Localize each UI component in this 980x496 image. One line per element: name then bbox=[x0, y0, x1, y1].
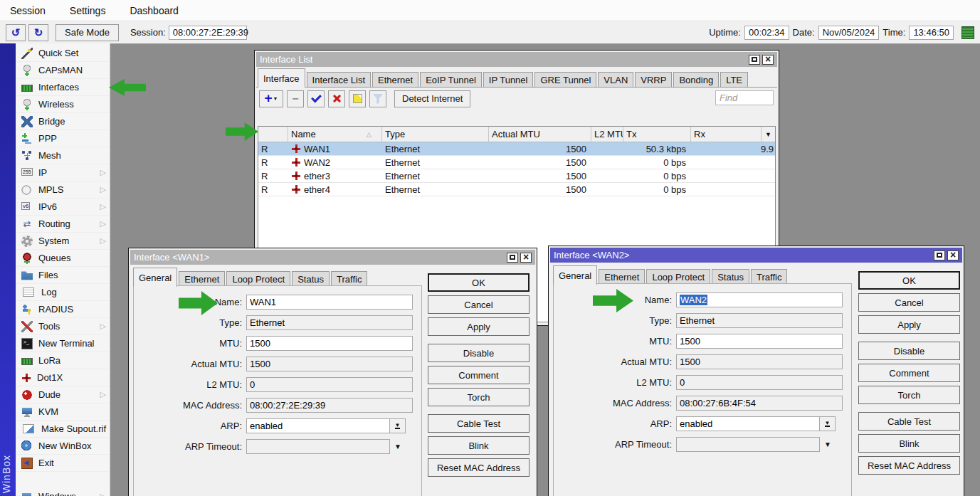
sidebar-item-ppp[interactable]: PPP bbox=[16, 130, 110, 147]
sidebar-item-mesh[interactable]: Mesh bbox=[16, 147, 110, 164]
sidebar-item-dude[interactable]: Dude bbox=[16, 386, 110, 403]
tab-lte[interactable]: LTE bbox=[720, 72, 748, 87]
arp-timeout-field[interactable] bbox=[676, 437, 820, 452]
cancel-button[interactable]: Cancel bbox=[858, 293, 960, 312]
tab-status[interactable]: Status bbox=[292, 271, 330, 286]
wan2-titlebar[interactable]: Interface <WAN2> bbox=[550, 248, 962, 263]
detect-internet-button[interactable]: Detect Internet bbox=[394, 90, 470, 107]
comment-button[interactable] bbox=[349, 90, 366, 107]
menu-dashboard[interactable]: Dashboard bbox=[130, 5, 179, 16]
arp-dropdown-button[interactable] bbox=[390, 418, 406, 433]
ok-button[interactable]: OK bbox=[428, 273, 529, 292]
dropdown-arrow-icon[interactable] bbox=[394, 443, 404, 450]
sidebar-item-quick-set[interactable]: Quick Set bbox=[16, 45, 110, 62]
safe-mode-button[interactable]: Safe Mode bbox=[56, 24, 119, 41]
sidebar-item-new-terminal[interactable]: New Terminal bbox=[16, 335, 110, 352]
apply-button[interactable]: Apply bbox=[858, 315, 960, 334]
close-button[interactable] bbox=[947, 250, 959, 260]
tab-interface-list[interactable]: Interface List bbox=[307, 72, 371, 87]
find-input[interactable] bbox=[715, 90, 774, 105]
actual-mtu-column-header[interactable]: Actual MTU bbox=[489, 127, 591, 142]
name-field[interactable] bbox=[246, 295, 413, 310]
maximize-button[interactable] bbox=[507, 253, 518, 263]
arp-timeout-field[interactable] bbox=[246, 439, 390, 454]
sidebar-item-capsman[interactable]: CAPsMAN bbox=[16, 62, 110, 79]
tab-interface[interactable]: Interface bbox=[258, 68, 305, 88]
wan1-titlebar[interactable]: Interface <WAN1> bbox=[130, 250, 535, 265]
add-interface-button[interactable] bbox=[259, 90, 283, 107]
column-filter-button[interactable] bbox=[761, 127, 775, 142]
cable-test-button[interactable]: Cable Test bbox=[858, 412, 960, 431]
mtu-field[interactable] bbox=[676, 334, 843, 349]
sidebar-item-ip[interactable]: IP bbox=[16, 164, 110, 181]
sidebar-item-make-supout[interactable]: Make Supout.rif bbox=[16, 421, 110, 438]
close-button[interactable] bbox=[762, 55, 774, 65]
mtu-field[interactable] bbox=[246, 336, 413, 351]
tab-status[interactable]: Status bbox=[712, 269, 749, 284]
torch-button[interactable]: Torch bbox=[428, 388, 529, 406]
table-row-ether3[interactable]: R ether3 Ethernet 1500 0 bps bbox=[258, 169, 775, 183]
tab-vlan[interactable]: VLAN bbox=[598, 72, 633, 87]
table-row-wan2[interactable]: R WAN2 Ethernet 1500 0 bps bbox=[258, 156, 775, 169]
tab-ip-tunnel[interactable]: IP Tunnel bbox=[483, 72, 534, 87]
flag-column-header[interactable] bbox=[258, 127, 288, 142]
sidebar-item-lora[interactable]: LoRa bbox=[16, 352, 110, 369]
sidebar-item-mpls[interactable]: MPLS bbox=[16, 181, 110, 199]
tab-ethernet[interactable]: Ethernet bbox=[372, 72, 418, 87]
name-field[interactable]: WAN2 bbox=[676, 292, 843, 307]
tab-traffic[interactable]: Traffic bbox=[331, 271, 367, 286]
tab-eoip-tunnel[interactable]: EoIP Tunnel bbox=[420, 72, 482, 87]
undo-button[interactable] bbox=[6, 24, 26, 41]
tab-loop-protect[interactable]: Loop Protect bbox=[226, 271, 290, 286]
sidebar-item-wireless[interactable]: Wireless bbox=[16, 96, 110, 113]
comment-button[interactable]: Comment bbox=[428, 366, 529, 384]
menu-session[interactable]: Session bbox=[10, 5, 46, 16]
tab-bonding[interactable]: Bonding bbox=[673, 72, 719, 87]
l2-mtu-column-header[interactable]: L2 MTU bbox=[591, 127, 623, 142]
sidebar-item-routing[interactable]: Routing bbox=[16, 216, 110, 233]
reset-mac-address-button[interactable]: Reset MAC Address bbox=[428, 458, 529, 477]
interface-list-titlebar[interactable]: Interface List bbox=[256, 52, 777, 67]
sidebar-item-interfaces[interactable]: Interfaces bbox=[16, 79, 110, 96]
name-column-header[interactable]: Name bbox=[288, 127, 382, 142]
menu-settings[interactable]: Settings bbox=[70, 5, 106, 16]
redo-button[interactable] bbox=[28, 24, 48, 41]
torch-button[interactable]: Torch bbox=[858, 386, 960, 404]
arp-select[interactable] bbox=[676, 416, 820, 431]
tab-vrrp[interactable]: VRRP bbox=[635, 72, 672, 87]
cancel-button[interactable]: Cancel bbox=[428, 295, 529, 314]
tab-loop-protect[interactable]: Loop Protect bbox=[646, 269, 710, 284]
sidebar-item-log[interactable]: Log bbox=[16, 284, 110, 301]
sidebar-item-kvm[interactable]: KVM bbox=[16, 403, 110, 421]
tab-general[interactable]: General bbox=[553, 265, 597, 285]
tx-column-header[interactable]: Tx bbox=[623, 127, 691, 142]
tab-traffic[interactable]: Traffic bbox=[751, 269, 787, 284]
tab-ethernet[interactable]: Ethernet bbox=[599, 269, 645, 284]
maximize-button[interactable] bbox=[749, 55, 760, 65]
arp-dropdown-button[interactable] bbox=[820, 416, 836, 431]
close-button[interactable] bbox=[520, 253, 532, 263]
sidebar-item-exit[interactable]: Exit bbox=[16, 455, 110, 472]
blink-button[interactable]: Blink bbox=[858, 434, 960, 453]
disable-button[interactable]: Disable bbox=[428, 344, 529, 362]
sidebar-item-system[interactable]: System bbox=[16, 233, 110, 250]
cable-test-button[interactable]: Cable Test bbox=[428, 414, 529, 433]
disable-button[interactable]: Disable bbox=[858, 342, 960, 360]
sidebar-item-queues[interactable]: Queues bbox=[16, 250, 110, 267]
sidebar-item-files[interactable]: Files bbox=[16, 267, 110, 284]
sidebar-item-new-winbox[interactable]: New WinBox bbox=[16, 438, 110, 455]
arp-select[interactable] bbox=[246, 418, 390, 433]
reset-mac-address-button[interactable]: Reset MAC Address bbox=[858, 456, 960, 475]
type-column-header[interactable]: Type bbox=[382, 127, 489, 142]
apply-button[interactable]: Apply bbox=[428, 317, 529, 336]
sidebar-item-ipv6[interactable]: IPv6 bbox=[16, 199, 110, 216]
tab-gre-tunnel[interactable]: GRE Tunnel bbox=[534, 72, 596, 87]
dropdown-arrow-icon[interactable] bbox=[824, 440, 834, 448]
comment-button[interactable]: Comment bbox=[858, 364, 960, 382]
sidebar-item-tools[interactable]: Tools bbox=[16, 318, 110, 335]
tab-ethernet[interactable]: Ethernet bbox=[179, 271, 225, 286]
disable-button[interactable] bbox=[328, 90, 345, 107]
remove-interface-button[interactable] bbox=[287, 90, 304, 107]
sidebar-item-windows[interactable]: Windows bbox=[16, 488, 110, 496]
table-row-wan1[interactable]: R WAN1 Ethernet 1500 50.3 kbps 9.9 bbox=[258, 142, 775, 156]
